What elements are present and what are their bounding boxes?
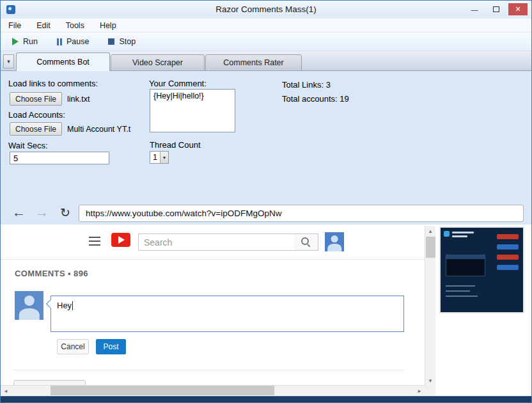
wait-secs-input[interactable] — [10, 152, 109, 164]
toolbar: Run Pause Stop — [1, 33, 531, 51]
tab-list-dropdown-button[interactable]: ▾ — [3, 54, 14, 68]
post-button[interactable]: Post — [96, 339, 126, 354]
stop-icon — [108, 38, 114, 45]
minimize-button[interactable]: — — [465, 3, 484, 15]
thumbnail-window — [446, 255, 485, 276]
titlebar[interactable]: Razor Comments Mass(1) — ✕ — [1, 1, 531, 19]
comments-divider — [13, 370, 405, 370]
scroll-up-icon[interactable]: ▴ — [425, 226, 435, 235]
maximize-icon — [493, 6, 499, 12]
menu-bar: File Edit Tools Help — [1, 19, 531, 33]
comment-template-textarea[interactable]: {Hey|Hi|hello!} — [150, 89, 235, 132]
menu-file[interactable]: File — [8, 21, 21, 30]
cancel-button[interactable]: Cancel — [57, 339, 89, 354]
your-comment-label: Your Comment: — [149, 79, 207, 88]
text-caret — [72, 301, 73, 310]
scroll-down-icon[interactable]: ▾ — [425, 375, 435, 385]
maximize-button[interactable] — [487, 3, 506, 15]
tab-comments-rater[interactable]: Comments Rater — [205, 54, 302, 71]
total-accounts-text: Total accounts: 19 — [282, 94, 349, 104]
youtube-logo[interactable] — [111, 233, 130, 247]
close-button[interactable]: ✕ — [508, 3, 528, 15]
account-avatar[interactable] — [325, 232, 344, 251]
refresh-icon[interactable]: ↻ — [60, 205, 70, 220]
pause-label: Pause — [66, 37, 89, 46]
horizontal-scrollbar[interactable]: ◂ ▸ — [1, 385, 425, 395]
links-choose-file-button[interactable]: Choose File — [10, 92, 62, 106]
thread-count-select[interactable]: 1 ▾ — [150, 151, 169, 164]
scroll-right-icon[interactable]: ▸ — [414, 386, 425, 395]
pause-button[interactable]: Pause — [57, 37, 89, 46]
back-icon[interactable]: ← — [12, 205, 26, 220]
wait-secs-label: Wait Secs: — [8, 141, 48, 150]
play-icon — [12, 38, 19, 45]
tab-video-scraper[interactable]: Video Scraper — [111, 54, 205, 71]
stop-button[interactable]: Stop — [108, 37, 136, 46]
links-file-name: link.txt — [67, 95, 90, 104]
comments-header: COMMENTS • 896 — [15, 269, 88, 278]
thumbnail-logo — [444, 231, 450, 237]
menu-help[interactable]: Help — [100, 21, 116, 30]
window-title: Razor Comments Mass(1) — [1, 4, 531, 14]
tab-label: Comments Rater — [223, 58, 283, 67]
accounts-file-name: Multi Account YT.t — [67, 125, 130, 134]
forward-icon[interactable]: → — [35, 205, 49, 220]
tab-label: Video Scraper — [132, 58, 183, 67]
menu-edit[interactable]: Edit — [36, 21, 51, 30]
horizontal-scroll-thumb[interactable] — [51, 386, 274, 395]
speech-pointer — [46, 299, 55, 308]
chevron-down-icon: ▾ — [160, 152, 168, 163]
vertical-scrollbar[interactable]: ▴ ▾ — [425, 226, 435, 385]
vertical-scroll-thumb[interactable] — [426, 237, 435, 258]
header-divider — [1, 259, 424, 260]
search-input[interactable] — [138, 233, 295, 251]
scroll-left-icon[interactable]: ◂ — [1, 386, 11, 395]
load-accounts-label: Load Accounts: — [8, 110, 65, 120]
thread-count-value: 1 — [150, 152, 160, 163]
stop-label: Stop — [119, 37, 136, 46]
tab-strip: ▾ Comments Bot Video Scraper Comments Ra… — [1, 51, 531, 71]
thread-count-label: Thread Count — [150, 140, 201, 150]
url-input[interactable] — [79, 205, 524, 222]
search-button[interactable] — [294, 233, 318, 251]
load-links-label: Load links to comments: — [8, 79, 98, 88]
run-button[interactable]: Run — [12, 37, 38, 46]
search-icon — [301, 237, 311, 247]
app-window: Razor Comments Mass(1) — ✕ File Edit Too… — [0, 0, 532, 403]
comment-draft-text: Hey — [57, 301, 73, 310]
pause-icon — [57, 38, 62, 45]
scrollbar-corner — [425, 385, 435, 395]
menu-icon[interactable] — [89, 237, 100, 238]
accounts-choose-file-button[interactable]: Choose File — [10, 122, 62, 136]
comment-avatar — [15, 291, 43, 320]
menu-tools[interactable]: Tools — [66, 21, 84, 30]
tab-comments-bot[interactable]: Comments Bot — [16, 52, 110, 71]
tab-label: Comments Bot — [36, 58, 90, 67]
chevron-down-icon: ▾ — [7, 58, 10, 65]
total-links-text: Total Links: 3 — [282, 80, 331, 90]
comment-input-box[interactable]: Hey — [51, 296, 404, 332]
window-bottom-strip — [1, 396, 532, 403]
run-label: Run — [23, 37, 38, 46]
video-thumbnail[interactable] — [439, 226, 524, 313]
